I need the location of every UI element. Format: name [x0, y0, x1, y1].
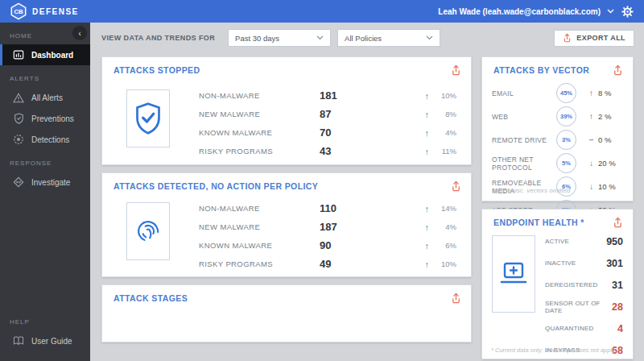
trend: ↑11%	[425, 147, 457, 156]
attacks-detected-card: ATTACKS DETECTED, NO ACTION PER POLICY N…	[101, 172, 472, 277]
dashboard-icon	[13, 49, 24, 60]
export-card-button[interactable]	[449, 63, 463, 80]
endpoint-row: ACTIVE 950	[545, 230, 623, 252]
vector-row: OTHER NET PROTOCOL 5% ↓20 %	[492, 151, 623, 175]
sidebar: ‹ HOME Dashboard ALERTS All Alerts Preve…	[0, 23, 90, 361]
export-card-button[interactable]	[449, 179, 463, 196]
filter-label: VIEW DATA AND TRENDS FOR	[101, 34, 215, 42]
detections-radar-icon	[13, 134, 24, 145]
user-menu[interactable]: Leah Wade (leah.wade@carbonblack.com)	[438, 7, 601, 16]
trend-down-icon: ↓	[588, 182, 595, 191]
stat-row: RISKY PROGRAMS 43 ↑11%	[199, 142, 456, 160]
card-title: ATTACKS STOPPED	[114, 65, 200, 75]
export-card-button[interactable]	[611, 215, 625, 232]
export-icon	[613, 217, 623, 228]
shield-check-icon	[13, 113, 24, 124]
trend-up-icon: ↑	[425, 241, 430, 251]
attacks-stopped-card: ATTACKS STOPPED NON-MALWARE 181 ↑10% NEW…	[101, 56, 472, 165]
trend: ↑4%	[425, 128, 457, 138]
settings-gear-icon[interactable]	[621, 5, 634, 19]
endpoint-health-card: ENDPOINT HEALTH * ACTIVE 950 INACTIVE 30…	[481, 209, 634, 359]
stat-row: NON-MALWARE 110 ↑14%	[199, 199, 456, 218]
top-bar: CB DEFENSE Leah Wade (leah.wade@carbonbl…	[0, 0, 644, 23]
sidebar-item-label: Detections	[31, 135, 69, 144]
sidebar-section-help: HELP	[0, 309, 90, 330]
vector-row: REMOTE DRIVE 3% –0 %	[492, 128, 623, 151]
time-range-value: Past 30 days	[235, 34, 279, 43]
stat-row: NEW MALWARE 87 ↑8%	[199, 105, 456, 123]
shield-check-illustration	[126, 89, 170, 147]
trend: ↑4%	[425, 222, 457, 232]
vector-row: EMAIL 45% ↑8 %	[492, 81, 623, 105]
trend: ↑10%	[425, 91, 457, 101]
trend: ↑10%	[425, 259, 457, 269]
endpoint-row: SENSOR OUT OF DATE 28	[545, 296, 623, 317]
card-title: ATTACKS BY VECTOR	[493, 65, 589, 75]
sidebar-item-dashboard[interactable]: Dashboard	[0, 44, 90, 65]
chevron-down-icon[interactable]	[607, 9, 614, 14]
endpoint-row: INACTIVE 301	[545, 252, 623, 274]
sidebar-item-label: User Guide	[31, 337, 72, 346]
sidebar-item-label: All Alerts	[31, 93, 63, 102]
sidebar-item-detections[interactable]: Detections	[0, 129, 90, 150]
trend-up-icon: ↑	[425, 110, 430, 119]
card-title: ENDPOINT HEALTH *	[493, 218, 584, 227]
time-range-select[interactable]: Past 30 days	[228, 29, 331, 47]
brand[interactable]: CB DEFENSE	[10, 2, 79, 20]
policies-select[interactable]: All Policies	[337, 29, 440, 47]
vector-row: WEB 39% ↑2 %	[492, 105, 623, 128]
export-all-label: EXPORT ALL	[576, 34, 625, 42]
endpoint-footnote: * Current data only; time scope does not…	[491, 346, 615, 354]
trend-down-icon: ↓	[588, 159, 595, 168]
sidebar-item-all-alerts[interactable]: All Alerts	[0, 87, 90, 108]
attack-stages-card: ATTACK STAGES	[101, 284, 472, 342]
trend-up-icon: ↑	[425, 222, 430, 232]
chevron-down-icon	[426, 35, 433, 40]
sidebar-section-alerts: ALERTS	[0, 65, 90, 87]
sidebar-item-investigate[interactable]: Investigate	[0, 172, 90, 193]
trend-up-icon: ↑	[588, 89, 595, 98]
stat-row: KNOWN MALWARE 70 ↑4%	[199, 123, 456, 142]
trend: ↑6%	[425, 241, 457, 251]
card-title: ATTACKS DETECTED, NO ACTION PER POLICY	[114, 181, 318, 191]
alert-triangle-icon	[13, 93, 24, 103]
export-icon	[613, 64, 623, 76]
trend: ↑14%	[425, 204, 457, 214]
trend-up-icon: ↑	[588, 112, 595, 121]
sidebar-section-response: RESPONSE	[0, 150, 90, 172]
trend-flat-icon: –	[588, 135, 595, 144]
svg-text:CB: CB	[14, 8, 23, 15]
stat-row: NON-MALWARE 181 ↑10%	[199, 86, 456, 105]
export-all-button[interactable]: EXPORT ALL	[554, 30, 634, 47]
sidebar-item-preventions[interactable]: Preventions	[0, 108, 90, 129]
cb-logo-icon: CB	[10, 2, 27, 20]
main-content: VIEW DATA AND TRENDS FOR Past 30 days Al…	[90, 23, 644, 361]
sidebar-item-label: Preventions	[31, 114, 74, 123]
endpoint-row: QUARANTINED 4	[545, 317, 623, 339]
trend: ↑2 %	[588, 112, 623, 121]
stat-row: KNOWN MALWARE 90 ↑6%	[199, 236, 456, 255]
sidebar-collapse-button[interactable]: ‹	[72, 26, 87, 40]
export-icon	[563, 33, 572, 43]
share-badge: 39%	[556, 106, 576, 127]
export-card-button[interactable]	[449, 291, 463, 308]
trend-up-icon: ↑	[425, 204, 430, 214]
endpoint-row: DEREGISTERED 31	[545, 274, 623, 296]
vector-note: Note: misc. vectors omitted	[493, 187, 570, 194]
filter-bar: VIEW DATA AND TRENDS FOR Past 30 days Al…	[101, 27, 634, 48]
trend: ↓10 %	[588, 182, 623, 191]
stat-row: RISKY PROGRAMS 49 ↑10%	[199, 255, 456, 273]
sidebar-item-label: Dashboard	[31, 51, 73, 60]
share-badge: 5%	[556, 153, 576, 173]
trend: ↑8 %	[588, 89, 623, 98]
stat-row: NEW MALWARE 187 ↑4%	[199, 218, 456, 236]
trend-up-icon: ↑	[425, 128, 430, 138]
trend: ↑8%	[425, 110, 457, 119]
export-card-button[interactable]	[611, 63, 625, 80]
policies-value: All Policies	[345, 34, 382, 43]
sidebar-item-user-guide[interactable]: User Guide	[0, 330, 90, 351]
sidebar-item-label: Investigate	[31, 178, 70, 187]
laptop-plus-illustration	[492, 235, 535, 313]
share-badge: 45%	[556, 83, 576, 103]
export-icon	[451, 293, 461, 304]
